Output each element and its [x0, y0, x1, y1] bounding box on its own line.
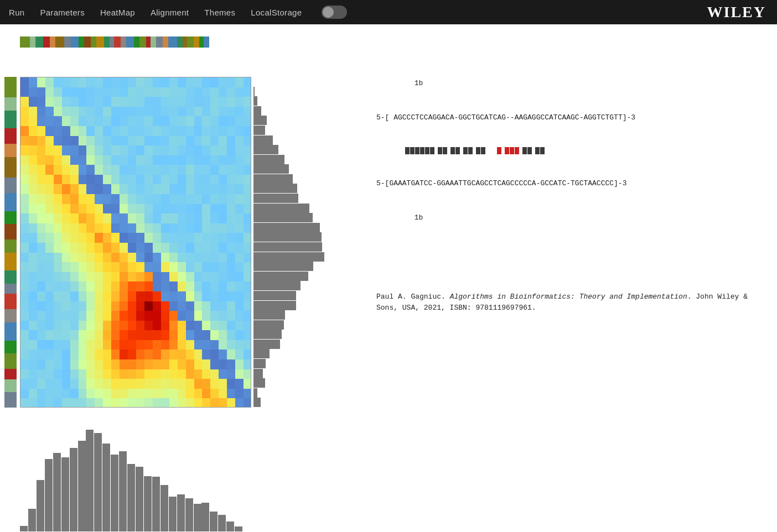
color-bar-segment [84, 36, 91, 48]
block-cell [505, 147, 509, 154]
block-cell [476, 147, 480, 154]
block-cell [486, 148, 488, 154]
block-cell [435, 148, 437, 154]
label1: 1b [415, 79, 423, 87]
alignment-label1-row: 1b [376, 78, 760, 90]
label2: 1b [415, 213, 423, 222]
left-color-bar-segment [4, 353, 17, 369]
block-cell [502, 148, 504, 154]
top-color-bar [20, 36, 251, 48]
left-color-bar-segment [4, 128, 17, 144]
alignment-blocks [405, 147, 760, 154]
line1-prefix: 5-[ [376, 113, 389, 122]
block-cell [405, 147, 410, 154]
color-bar-segment [43, 36, 50, 48]
main-content: 1b 5-[ AGCCCTCCAGGACA-GGCTGCATCAG--AAGAG… [0, 24, 777, 532]
nav-themes[interactable]: Themes [204, 8, 235, 17]
alignment-line1: 5-[ AGCCCTCCAGGACA-GGCTGCATCAG--AAGAGGCC… [376, 112, 760, 124]
block-cell [535, 147, 540, 154]
left-color-bar-segment [4, 379, 17, 392]
citation: Paul A. Gagniuc. Algorithms in Bioinform… [376, 291, 753, 314]
left-color-bar-segment [4, 97, 17, 110]
color-bar-segment [126, 36, 134, 48]
citation-title: Algorithms in Bioinformatics: Theory and… [450, 293, 687, 301]
block-cell [489, 148, 491, 154]
nav-alignment[interactable]: Alignment [151, 8, 189, 17]
color-bar-segment [183, 36, 187, 48]
left-color-bar-segment [4, 211, 17, 224]
block-cell [448, 148, 450, 154]
block-cell [497, 147, 501, 154]
color-bar-segment [146, 36, 151, 48]
block-cell [468, 147, 473, 154]
color-bar-segment [71, 36, 79, 48]
color-bar-segment [64, 36, 71, 48]
color-bar-segment [104, 36, 110, 48]
line1-seq: AGCCCTCCAGGACA-GGCTGCATCAG--AAGAGGCCATCA… [393, 113, 635, 122]
left-color-bar-segment [4, 224, 17, 239]
color-bar-segment [79, 36, 84, 48]
left-color-bar-segment [4, 157, 17, 178]
color-bar-segment [20, 36, 30, 48]
color-bar-segment [35, 36, 43, 48]
block-cell [494, 148, 496, 154]
block-cell [443, 147, 447, 154]
color-bar-segment [204, 36, 209, 48]
color-bar-segment [187, 36, 194, 48]
block-cell [463, 147, 468, 154]
toggle-knob [323, 7, 334, 18]
block-cell [515, 147, 519, 154]
block-cell [420, 147, 424, 154]
navbar: Run Parameters HeatMap Alignment Themes … [0, 0, 777, 24]
block-cell [532, 148, 535, 154]
alignment-display: 1b 5-[ AGCCCTCCAGGACA-GGCTGCATCAG--AAGAG… [376, 55, 760, 247]
left-color-bar-segment [4, 193, 17, 211]
block-cell [450, 147, 455, 154]
right-histogram [253, 77, 341, 408]
left-color-bar-segment [4, 111, 17, 129]
block-cell [491, 148, 494, 154]
left-color-bar [4, 77, 17, 408]
color-bar-segment [91, 36, 96, 48]
left-color-bar-segment [4, 369, 17, 379]
wiley-logo: WILEY [707, 3, 766, 21]
color-bar-segment [114, 36, 121, 48]
nav-heatmap[interactable]: HeatMap [100, 8, 135, 17]
block-cell [481, 147, 485, 154]
left-color-bar-segment [4, 284, 17, 294]
color-bar-segment [30, 36, 35, 48]
block-cell [415, 147, 419, 154]
heatmap-canvas [20, 77, 251, 408]
heatmap [20, 77, 251, 408]
alignment-label2-row: 1b [376, 212, 760, 224]
block-cell [520, 148, 522, 154]
left-color-bar-segment [4, 178, 17, 193]
left-color-bar-segment [4, 341, 17, 353]
color-bar-segment [96, 36, 104, 48]
color-bar-segment [134, 36, 139, 48]
alignment-line3: 5-[GAAATGATCC-GGAAATTGCAGCCTCAGCCCCCA-GC… [376, 178, 760, 190]
color-bar-segment [163, 36, 168, 48]
color-bar-segment [156, 36, 163, 48]
citation-author: Paul A. Gagniuc. [376, 293, 446, 301]
color-bar-segment [121, 36, 126, 48]
color-bar-segment [110, 36, 114, 48]
nav-run[interactable]: Run [9, 8, 24, 17]
block-cell [425, 147, 429, 154]
color-bar-segment [139, 36, 146, 48]
left-color-bar-segment [4, 392, 17, 408]
left-color-bar-segment [4, 77, 17, 97]
block-cell [522, 147, 527, 154]
toggle-switch[interactable] [322, 6, 347, 19]
block-cell [510, 147, 514, 154]
color-bar-segment [194, 36, 199, 48]
block-cell [473, 148, 475, 154]
nav-localstorage[interactable]: LocalStorage [251, 8, 302, 17]
color-bar-segment [151, 36, 156, 48]
left-color-bar-segment [4, 144, 17, 157]
block-cell [438, 147, 442, 154]
nav-parameters[interactable]: Parameters [40, 8, 85, 17]
right-panel: 1b 5-[ AGCCCTCCAGGACA-GGCTGCATCAG--AAGAG… [343, 24, 777, 532]
left-color-bar-segment [4, 253, 17, 271]
block-cell [410, 147, 415, 154]
